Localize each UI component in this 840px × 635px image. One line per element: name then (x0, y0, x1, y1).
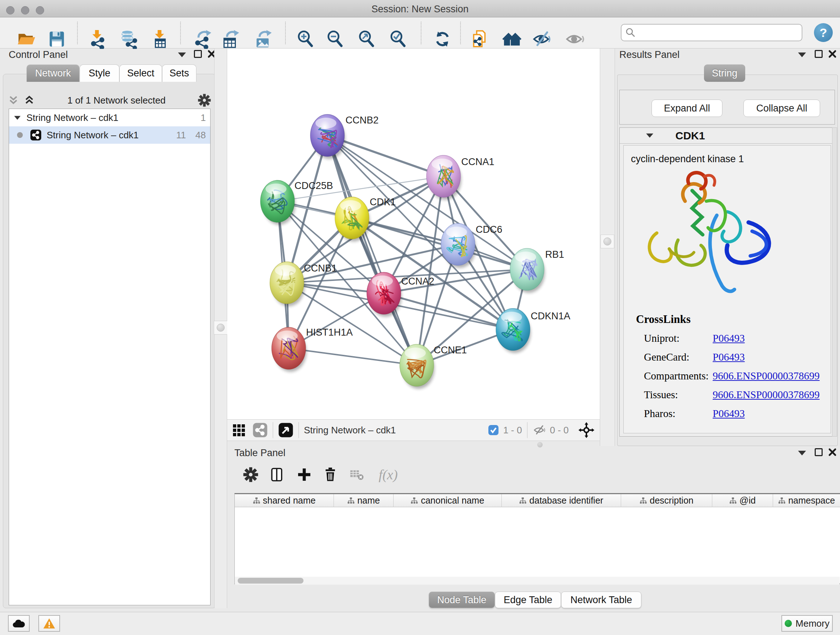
open-folder-icon (16, 29, 36, 49)
entry-header[interactable]: CDK1 (620, 128, 835, 144)
collection-count: 1 (201, 112, 206, 124)
column-header-@id[interactable]: @id (712, 494, 773, 507)
node-gloss (265, 184, 286, 195)
network-node-CDK1[interactable]: CDK1 (335, 196, 396, 241)
network-canvas[interactable]: CCNB2CCNA1CDC25BCDK1CDC6RB1CCNB1CCNA2CDK… (227, 49, 600, 419)
column-header-name[interactable]: name (334, 494, 393, 507)
table-panel-float-icon[interactable] (798, 451, 806, 455)
hidden-eye-slash-icon (532, 424, 546, 436)
control-panel-float-icon[interactable] (178, 52, 186, 57)
show-columns-button[interactable] (267, 465, 286, 485)
node-gloss (277, 331, 298, 341)
network-node-CDC6[interactable]: CDC6 (441, 223, 502, 268)
open-in-window-icon[interactable] (278, 423, 294, 438)
network-share-gray-icon[interactable] (253, 423, 268, 438)
birds-eye-grid-icon[interactable] (232, 423, 247, 437)
refresh-layout-button[interactable] (432, 29, 453, 49)
crosslink-link[interactable]: P06493 (713, 351, 745, 363)
zoom-fit-button[interactable] (356, 29, 377, 49)
table-options-button[interactable] (241, 465, 261, 485)
network-node-CCNA1[interactable]: CCNA1 (426, 155, 494, 200)
import-table-file-button[interactable] (149, 29, 170, 49)
tab-select[interactable]: Select (119, 65, 162, 82)
tab-string[interactable]: String (704, 65, 745, 82)
zoom-selected-button[interactable] (388, 29, 408, 49)
results-scrollbar[interactable] (832, 127, 837, 437)
column-header-database-identifier[interactable]: database identifier (502, 494, 621, 507)
tab-network[interactable]: Network (27, 65, 80, 82)
tab-edge-table[interactable]: Edge Table (495, 592, 561, 608)
network-graph[interactable]: CCNB2CCNA1CDC25BCDK1CDC6RB1CCNB1CCNA2CDK… (227, 49, 600, 419)
entry-collapse-icon[interactable] (646, 134, 653, 138)
save-session-button[interactable] (47, 29, 67, 49)
memory-button[interactable]: Memory (782, 615, 833, 632)
home-panel-button[interactable] (502, 29, 522, 49)
column-header-description[interactable]: description (621, 494, 712, 507)
left-splitter-handle[interactable] (214, 321, 227, 334)
network-edge-HIST1H1A-CCNE1[interactable] (289, 348, 417, 365)
column-type-icon (411, 497, 418, 504)
network-node-CCNB1[interactable]: CCNB1 (270, 262, 337, 306)
cloud-status-button[interactable] (8, 615, 30, 632)
open-session-button[interactable] (16, 29, 36, 49)
crosslink-label: Tissues: (644, 389, 678, 401)
tab-style[interactable]: Style (80, 65, 119, 82)
help-button[interactable]: ? (814, 23, 833, 42)
export-table-button[interactable] (221, 29, 241, 49)
expand-all-icon[interactable] (23, 95, 35, 106)
tab-node-table[interactable]: Node Table (429, 592, 495, 608)
crosslink-link[interactable]: P06493 (713, 408, 745, 420)
tab-sets[interactable]: Sets (162, 65, 196, 82)
zoom-out-button[interactable] (325, 29, 345, 49)
expand-all-button[interactable]: Expand All (652, 100, 722, 117)
search-input[interactable] (636, 27, 798, 38)
import-network-database-button[interactable] (118, 29, 139, 49)
scrollbar-thumb[interactable] (238, 578, 303, 584)
right-splitter-handle[interactable] (600, 234, 614, 249)
results-panel-close-icon[interactable] (828, 49, 837, 59)
collection-expand-icon[interactable] (14, 116, 21, 119)
column-header-shared-name[interactable]: shared name (235, 494, 334, 507)
create-column-button[interactable] (294, 465, 314, 485)
collapse-all-button[interactable]: Collapse All (744, 100, 820, 117)
network-node-HIST1H1A[interactable]: HIST1H1A (272, 327, 353, 372)
network-label: String Network – cdk1 (47, 130, 176, 141)
control-panel-maximize-icon[interactable] (194, 50, 202, 58)
crosslink-link[interactable]: P06493 (713, 333, 745, 344)
tab-network-table[interactable]: Network Table (561, 592, 641, 608)
network-options-gear-icon[interactable] (197, 93, 211, 107)
network-node-CDKN1A[interactable]: CDKN1A (496, 309, 570, 353)
clone-network-button[interactable] (470, 29, 490, 49)
node-label-CDC6: CDC6 (476, 224, 502, 235)
column-header-canonical-name[interactable]: canonical name (393, 494, 502, 507)
move-crosshair-icon[interactable] (578, 422, 595, 439)
network-collection-row[interactable]: String Network – cdk1 1 (9, 109, 210, 126)
table-panel-maximize-icon[interactable] (815, 448, 823, 456)
results-panel-maximize-icon[interactable] (815, 50, 823, 58)
trash-icon (323, 467, 338, 482)
hide-selected-button[interactable] (532, 29, 552, 49)
network-node-RB1[interactable]: RB1 (510, 249, 564, 293)
zoom-out-icon (325, 29, 345, 49)
node-gloss (515, 252, 536, 263)
table-panel-close-icon[interactable] (828, 448, 837, 457)
import-network-file-button[interactable] (87, 29, 107, 49)
network-row-selected[interactable]: String Network – cdk1 11 48 (9, 126, 210, 144)
zoom-selected-icon (388, 29, 408, 49)
function-builder-button: f(x) (372, 465, 404, 485)
selected-checkbox-icon[interactable] (488, 424, 499, 435)
warnings-button[interactable] (38, 615, 60, 632)
crosslink-label: Uniprot: (644, 333, 679, 344)
results-panel-float-icon[interactable] (798, 52, 806, 57)
column-header-namespace[interactable]: namespace (773, 494, 840, 507)
crosslink-link[interactable]: 9606.ENSP00000378699 (713, 370, 820, 382)
collapse-all-icon[interactable] (7, 95, 19, 106)
export-image-button[interactable] (253, 29, 273, 49)
table-horizontal-scrollbar[interactable] (235, 577, 840, 585)
delete-column-button[interactable] (321, 465, 340, 485)
export-network-button[interactable] (193, 29, 213, 49)
horizontal-splitter-handle[interactable] (537, 442, 543, 448)
crosslink-link[interactable]: 9606.ENSP00000378699 (713, 389, 820, 401)
zoom-in-button[interactable] (295, 29, 316, 49)
search-box[interactable] (621, 24, 802, 41)
